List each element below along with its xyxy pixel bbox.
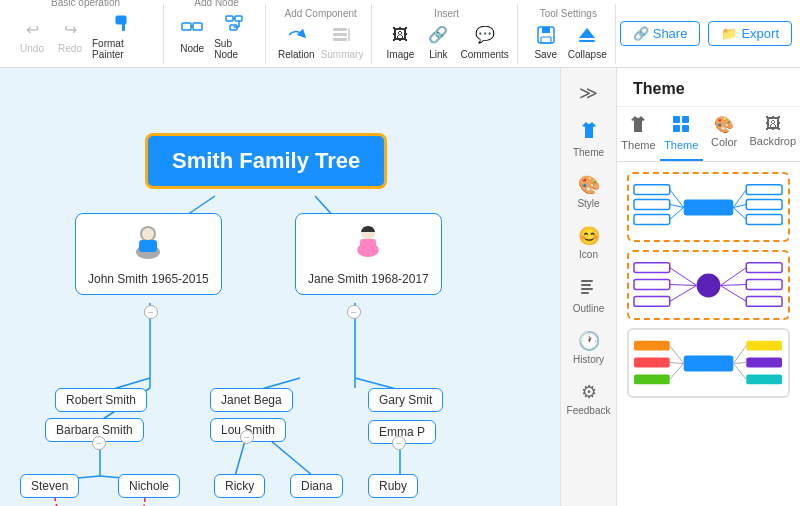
nichole-node[interactable]: Nichole [118, 474, 180, 498]
toolbar-icons-insert: 🖼 Image 🔗 Link 💬 Comments [384, 23, 508, 60]
sidebar-item-feedback[interactable]: ⚙ Feedback [565, 375, 613, 422]
collapse-label: Collapse [568, 49, 607, 60]
format-painter-label: Format Painter [92, 38, 155, 60]
svg-rect-45 [581, 292, 589, 294]
svg-rect-13 [333, 38, 347, 41]
svg-rect-41 [360, 239, 376, 250]
toolbar: Basic operation ↩ Undo ↪ Redo Format Pai… [0, 0, 800, 68]
sidebar-item-outline[interactable]: Outline [565, 270, 613, 320]
tab-theme-icon-label: Theme [621, 139, 655, 151]
svg-rect-11 [333, 28, 347, 31]
sidebar-item-theme[interactable]: Theme [565, 114, 613, 164]
collapse-icon [575, 23, 599, 47]
janet-expand[interactable]: − [240, 430, 254, 444]
relation-button[interactable]: Relation [278, 23, 315, 60]
svg-rect-12 [333, 33, 347, 36]
svg-rect-19 [579, 40, 595, 42]
svg-rect-5 [226, 16, 233, 21]
theme-card-2[interactable] [627, 250, 790, 320]
feedback-label: Feedback [567, 405, 611, 416]
right-panel: ≫ Theme 🎨 Style 😊 Icon Outline [560, 68, 800, 506]
jane-smith-node[interactable]: Jane Smith 1968-2017 [295, 213, 442, 295]
svg-rect-44 [581, 288, 593, 290]
redo-button[interactable]: ↪ Redo [54, 17, 86, 54]
summary-button[interactable]: Summary [321, 23, 364, 60]
john-smith-label: John Smith 1965-2015 [88, 272, 209, 286]
share-button[interactable]: 🔗 Share [620, 21, 701, 46]
tab-color-icon: 🎨 [714, 115, 734, 134]
svg-line-83 [670, 346, 684, 364]
svg-rect-52 [634, 200, 670, 210]
root-node-label: Smith Family Tree [172, 148, 360, 173]
collapse-panel-button[interactable]: ≫ [573, 76, 604, 110]
john-expand[interactable]: − [144, 305, 158, 319]
outline-icon [579, 276, 599, 301]
svg-line-87 [733, 363, 746, 364]
collapse-button[interactable]: Collapse [568, 23, 607, 60]
svg-line-71 [670, 285, 697, 286]
gary-expand[interactable]: − [392, 436, 406, 450]
barbara-expand[interactable]: − [92, 436, 106, 450]
diana-node[interactable]: Diana [290, 474, 343, 498]
export-button[interactable]: 📁 Export [708, 21, 792, 46]
svg-rect-2 [182, 23, 191, 30]
svg-line-74 [720, 285, 746, 286]
comments-button[interactable]: 💬 Comments [460, 23, 508, 60]
link-icon: 🔗 [426, 23, 450, 47]
side-icons: ≫ Theme 🎨 Style 😊 Icon Outline [561, 68, 617, 506]
tab-theme-main[interactable]: Theme [660, 107, 703, 161]
gary-smith-node[interactable]: Gary Smit [368, 388, 443, 412]
sidebar-item-icon[interactable]: 😊 Icon [565, 219, 613, 266]
relation-icon [284, 23, 308, 47]
panel-tabs: Theme Theme 🎨 Color 🖼 Backdrop [617, 107, 800, 162]
panel-title: Theme [617, 68, 800, 107]
tab-color[interactable]: 🎨 Color [703, 107, 746, 161]
svg-rect-49 [682, 125, 689, 132]
tab-backdrop-label: Backdrop [750, 135, 796, 147]
toolbar-icons-basic: ↩ Undo ↪ Redo Format Painter [16, 12, 155, 60]
tab-backdrop[interactable]: 🖼 Backdrop [746, 107, 800, 161]
robert-smith-node[interactable]: Robert Smith [55, 388, 147, 412]
theme-card-1[interactable] [627, 172, 790, 242]
root-node[interactable]: Smith Family Tree [145, 133, 387, 189]
ricky-node[interactable]: Ricky [214, 474, 265, 498]
save-icon [534, 23, 558, 47]
svg-rect-16 [542, 27, 550, 33]
toolbar-group-insert: Insert 🖼 Image 🔗 Link 💬 Comments [376, 4, 517, 64]
canvas[interactable]: Smith Family Tree John Smith 1965-2015 J… [0, 68, 560, 506]
janet-bega-node[interactable]: Janet Bega [210, 388, 293, 412]
theme-grid [617, 162, 800, 408]
toolbar-group-basic: Basic operation ↩ Undo ↪ Redo Format Pai… [8, 4, 164, 64]
jane-expand[interactable]: − [347, 305, 361, 319]
sub-node-button[interactable]: Sub Node [214, 12, 257, 60]
svg-rect-76 [684, 356, 734, 372]
node-button[interactable]: Node [176, 17, 208, 54]
theme-card-3[interactable] [627, 328, 790, 398]
format-painter-icon [112, 12, 136, 36]
svg-rect-55 [746, 200, 782, 210]
svg-line-73 [720, 268, 746, 286]
image-label: Image [387, 49, 415, 60]
sidebar-item-style[interactable]: 🎨 Style [565, 168, 613, 215]
comments-icon: 💬 [473, 23, 497, 47]
svg-rect-37 [139, 240, 157, 252]
svg-rect-42 [581, 280, 593, 282]
format-painter-button[interactable]: Format Painter [92, 12, 155, 60]
toolbar-group-add-component: Add Component Relation Summary [270, 4, 373, 64]
export-label: Export [741, 26, 779, 41]
icon-smiley: 😊 [578, 225, 600, 247]
jane-avatar [349, 222, 387, 268]
save-button[interactable]: Save [530, 23, 562, 60]
image-button[interactable]: 🖼 Image [384, 23, 416, 60]
right-actions: 🔗 Share 📁 Export [620, 21, 792, 46]
tab-theme-icon[interactable]: Theme [617, 107, 660, 161]
undo-button[interactable]: ↩ Undo [16, 17, 48, 54]
link-button[interactable]: 🔗 Link [422, 23, 454, 60]
sidebar-item-history[interactable]: 🕐 History [565, 324, 613, 371]
svg-rect-67 [746, 263, 782, 273]
relation-label: Relation [278, 49, 315, 60]
tab-theme-main-icon [672, 115, 690, 137]
john-smith-node[interactable]: John Smith 1965-2015 [75, 213, 222, 295]
ruby-node[interactable]: Ruby [368, 474, 418, 498]
steven-node[interactable]: Steven [20, 474, 79, 498]
